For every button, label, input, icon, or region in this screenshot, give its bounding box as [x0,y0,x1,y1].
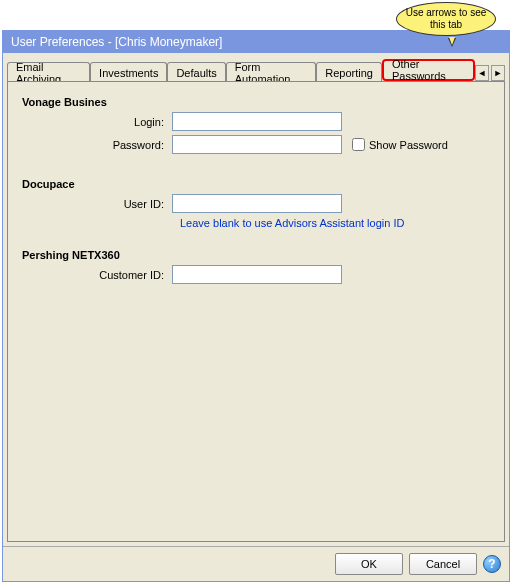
tab-investments[interactable]: Investments [90,62,167,82]
label-vonage-password: Password: [22,139,172,151]
tab-panel: Vonage Busines Login: Password: Show Pas… [7,81,505,542]
tab-reporting[interactable]: Reporting [316,62,382,82]
tab-nav: ◄ ► [475,65,505,81]
callout-annotation: Use arrows to see this tab [396,2,496,40]
ok-button[interactable]: OK [335,553,403,575]
tab-scroll-left-icon[interactable]: ◄ [475,65,489,81]
tabstrip: Email Archiving Investments Defaults For… [3,53,509,81]
row-pershing-custid: Customer ID: [22,265,490,284]
docupace-userid-input[interactable] [172,194,342,213]
tab-email-archiving[interactable]: Email Archiving [7,62,90,82]
show-password-wrap[interactable]: Show Password [352,138,448,151]
label-docupace-userid: User ID: [22,198,172,210]
callout-bubble: Use arrows to see this tab [396,2,496,36]
pershing-custid-input[interactable] [172,265,342,284]
cancel-button[interactable]: Cancel [409,553,477,575]
vonage-login-input[interactable] [172,112,342,131]
help-icon[interactable]: ? [483,555,501,573]
docupace-hint: Leave blank to use Advisors Assistant lo… [180,217,490,229]
section-pershing-title: Pershing NETX360 [22,249,490,261]
vonage-password-input[interactable] [172,135,342,154]
section-docupace-title: Docupace [22,178,490,190]
label-vonage-login: Login: [22,116,172,128]
dialog-footer: OK Cancel ? [3,546,509,581]
tab-defaults[interactable]: Defaults [167,62,225,82]
row-vonage-login: Login: [22,112,490,131]
callout-tail [448,38,456,47]
window-title: User Preferences - [Chris Moneymaker] [11,35,222,49]
show-password-checkbox[interactable] [352,138,365,151]
label-pershing-custid: Customer ID: [22,269,172,281]
tab-form-automation[interactable]: Form Automation [226,62,317,82]
preferences-window: User Preferences - [Chris Moneymaker] Em… [2,30,510,582]
callout-text: Use arrows to see this tab [403,7,489,31]
tab-other-passwords[interactable]: Other Passwords [382,59,475,81]
tab-scroll-right-icon[interactable]: ► [491,65,505,81]
show-password-label: Show Password [369,139,448,151]
row-docupace-userid: User ID: [22,194,490,213]
section-vonage-title: Vonage Busines [22,96,490,108]
row-vonage-password: Password: Show Password [22,135,490,154]
